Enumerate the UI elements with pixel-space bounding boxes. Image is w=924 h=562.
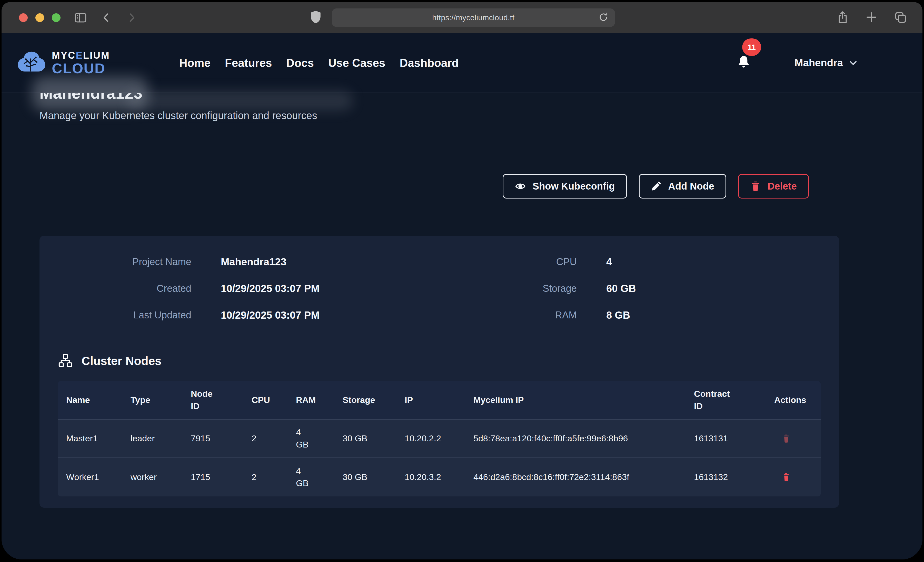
add-node-button[interactable]: Add Node xyxy=(639,174,726,199)
created-value: 10/29/2025 03:07 PM xyxy=(221,283,416,294)
table-row: Worker1 worker 1715 2 4 GB 30 GB 10.20.3… xyxy=(58,458,820,496)
node-actions xyxy=(766,433,820,443)
new-tab-icon[interactable] xyxy=(865,11,878,25)
node-contract-id: 1613132 xyxy=(686,471,766,483)
show-kubeconfig-button[interactable]: Show Kubeconfig xyxy=(502,174,627,199)
user-name: Mahendra xyxy=(795,57,843,69)
project-name-label: Project Name xyxy=(58,256,191,268)
node-ram: 4 GB xyxy=(288,426,334,451)
minimize-window-button[interactable] xyxy=(35,13,44,22)
col-contract-id: Contract ID xyxy=(686,388,766,412)
last-updated-label: Last Updated xyxy=(58,310,191,321)
page-subtitle: Manage your Kubernetes cluster configura… xyxy=(39,110,839,121)
node-ip: 10.20.3.2 xyxy=(396,471,465,483)
last-updated-value: 10/29/2025 03:07 PM xyxy=(221,309,416,321)
cluster-nodes-title: Cluster Nodes xyxy=(81,354,162,368)
sidebar-toggle-icon[interactable] xyxy=(74,11,87,24)
reload-icon[interactable] xyxy=(598,12,609,24)
node-contract-id: 1613131 xyxy=(686,432,766,445)
site-navbar: MYCELIUM CLOUD Home Features Docs Use Ca… xyxy=(2,33,922,93)
project-name-value: Mahendra123 xyxy=(221,256,416,268)
brand-wordmark: MYCELIUM CLOUD xyxy=(52,51,110,76)
node-ip: 10.20.2.2 xyxy=(396,432,465,445)
page-content: Mahendra123 Manage your Kubernetes clust… xyxy=(2,93,922,559)
table-header-row: Name Type Node ID CPU RAM Storage IP Myc… xyxy=(58,381,820,420)
tabs-overview-icon[interactable] xyxy=(894,10,907,25)
col-ram: RAM xyxy=(288,394,334,406)
node-actions xyxy=(766,472,820,482)
ram-label: RAM xyxy=(490,310,577,321)
notifications-button[interactable]: 11 xyxy=(736,55,751,71)
node-ram: 4 GB xyxy=(288,465,334,489)
col-actions: Actions xyxy=(766,394,820,406)
chevron-down-icon xyxy=(849,58,858,67)
node-name: Worker1 xyxy=(58,471,122,483)
col-cpu: CPU xyxy=(243,394,288,406)
table-row: Master1 leader 7915 2 4 GB 30 GB 10.20.2… xyxy=(58,420,820,458)
url-text: https://myceliumcloud.tf xyxy=(432,13,514,22)
cluster-nodes-table: Name Type Node ID CPU RAM Storage IP Myc… xyxy=(58,381,820,496)
trash-icon xyxy=(782,433,790,443)
bell-icon xyxy=(736,55,751,70)
zoom-window-button[interactable] xyxy=(52,13,60,22)
storage-value: 60 GB xyxy=(606,283,740,294)
node-type: worker xyxy=(122,471,183,483)
cluster-nodes-header: Cluster Nodes xyxy=(58,353,820,368)
brand-logo[interactable]: MYCELIUM CLOUD xyxy=(16,50,110,76)
share-icon[interactable] xyxy=(836,10,849,25)
col-node-id: Node ID xyxy=(183,388,243,412)
trash-icon xyxy=(782,472,790,482)
node-cpu: 2 xyxy=(243,432,288,445)
notification-badge: 11 xyxy=(742,39,761,56)
cluster-details-card: Project Name Mahendra123 Created 10/29/2… xyxy=(39,236,839,508)
address-bar[interactable]: https://myceliumcloud.tf xyxy=(332,9,615,27)
nav-item-use-cases[interactable]: Use Cases xyxy=(328,57,386,69)
back-icon[interactable] xyxy=(100,12,112,24)
node-storage: 30 GB xyxy=(334,432,396,445)
node-mycelium-ip: 446:d2a6:8bcd:8c16:ff0f:72e2:3114:863f xyxy=(465,471,686,483)
browser-window: https://myceliumcloud.tf xyxy=(2,2,922,559)
node-cpu: 2 xyxy=(243,471,288,483)
network-nodes-icon xyxy=(58,353,73,368)
col-storage: Storage xyxy=(334,394,396,406)
nav-menu: Home Features Docs Use Cases Dashboard xyxy=(179,57,459,69)
node-storage: 30 GB xyxy=(334,471,396,483)
created-label: Created xyxy=(58,283,191,294)
nav-item-home[interactable]: Home xyxy=(179,57,210,69)
delete-cluster-button[interactable]: Delete xyxy=(738,174,809,199)
storage-label: Storage xyxy=(490,283,577,294)
cpu-label: CPU xyxy=(490,256,577,268)
cpu-value: 4 xyxy=(606,256,740,268)
node-mycelium-ip: 5d8:78ea:a120:f40c:ff0f:a5fe:99e6:8b96 xyxy=(465,432,686,445)
node-id: 1715 xyxy=(183,471,243,483)
forward-icon[interactable] xyxy=(126,12,138,24)
col-ip: IP xyxy=(396,394,465,406)
pencil-icon xyxy=(651,181,662,191)
cluster-actions: Show Kubeconfig Add Node Delete xyxy=(39,174,839,199)
shield-privacy-icon[interactable] xyxy=(309,10,322,25)
nav-item-docs[interactable]: Docs xyxy=(286,57,314,69)
eye-icon xyxy=(515,181,526,192)
mycelium-cloud-logo-icon xyxy=(16,50,46,76)
col-name: Name xyxy=(58,394,122,406)
node-name: Master1 xyxy=(58,432,122,445)
browser-titlebar: https://myceliumcloud.tf xyxy=(2,2,922,33)
traffic-lights xyxy=(19,13,60,22)
user-menu[interactable]: Mahendra xyxy=(795,57,858,69)
delete-node-button[interactable] xyxy=(782,472,790,482)
delete-node-button[interactable] xyxy=(782,433,790,443)
desktop-background: https://myceliumcloud.tf xyxy=(0,0,924,562)
node-id: 7915 xyxy=(183,432,243,445)
project-details: Project Name Mahendra123 Created 10/29/2… xyxy=(58,248,820,328)
ram-value: 8 GB xyxy=(606,309,740,321)
col-type: Type xyxy=(122,394,183,406)
node-type: leader xyxy=(122,432,183,445)
col-mycelium-ip: Mycelium IP xyxy=(465,394,686,406)
nav-item-dashboard[interactable]: Dashboard xyxy=(400,57,459,69)
nav-item-features[interactable]: Features xyxy=(225,57,272,69)
trash-icon xyxy=(750,181,761,192)
stylized-e-glyph: E xyxy=(76,50,83,61)
close-window-button[interactable] xyxy=(19,13,28,22)
